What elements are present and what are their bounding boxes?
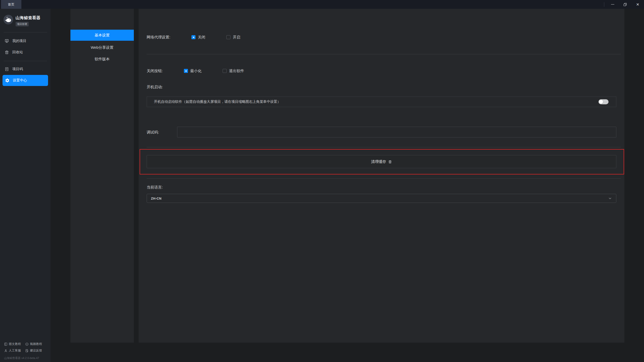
close-button[interactable]: ✕ [631, 0, 644, 9]
section-divider [147, 147, 621, 147]
section-divider [147, 178, 621, 179]
sidebar-item-label: 我的项目 [12, 39, 26, 43]
startup-description: 开机自动启动软件（如需自动播放大屏项目，请在项目缩略图右上角菜单中设置） [154, 100, 598, 104]
debug-code-label: 调试码: [147, 130, 159, 134]
restore-icon [624, 3, 627, 6]
proxy-option-on-label: 开启 [233, 35, 240, 40]
toggle-knob [599, 100, 603, 104]
link-label: 人工客服 [9, 348, 21, 353]
close-icon: ✕ [636, 3, 639, 6]
checkbox-unselected-icon[interactable] [223, 69, 227, 73]
settings-tab-label: Web分享设置 [91, 45, 114, 50]
debug-code-input[interactable] [177, 127, 616, 138]
proxy-option-on[interactable]: 开启 [226, 35, 240, 40]
checkbox-unselected-icon[interactable] [226, 35, 230, 39]
tab-home[interactable]: 首页 [1, 0, 21, 9]
person-icon [4, 349, 8, 352]
settings-tab-label: 基本设置 [95, 33, 110, 38]
debug-code-row: 调试码: [147, 127, 616, 138]
settings-tab-software-version[interactable]: 软件版本 [70, 54, 134, 65]
link-video-tutorial[interactable]: 视频教程 [25, 342, 49, 346]
settings-tab-web-share[interactable]: Web分享设置 [70, 42, 134, 53]
project-code-icon [5, 67, 9, 71]
sidebar-item-recycle-bin[interactable]: 回收站 [0, 48, 51, 57]
chevron-down-icon [608, 196, 612, 200]
sidebar-footer: 图文教程 视频教程 人工客服 [4, 342, 49, 360]
sidebar: 山海鲸查看器 项目部署 我的项目 回收站 [0, 9, 51, 362]
close-button-label: 关闭按钮: [147, 69, 163, 73]
sidebar-item-project-code[interactable]: 项目码 [0, 65, 51, 74]
startup-toggle[interactable] [598, 99, 609, 104]
language-label: 当前语言: [147, 185, 163, 190]
startup-label-row: 开机启动: [147, 82, 616, 92]
close-button-row: 关闭按钮: 最小化 退出软件 [147, 66, 616, 76]
link-feedback[interactable]: 建议反馈 [25, 348, 49, 353]
sidebar-divider [4, 32, 47, 32]
controls-divider [604, 2, 604, 7]
app-logo-block: 山海鲸查看器 项目部署 [4, 15, 41, 26]
projects-board-icon [5, 39, 9, 43]
proxy-option-off-label: 关闭 [198, 35, 205, 40]
sidebar-divider [4, 61, 47, 61]
settings-tab-label: 软件版本 [95, 57, 110, 62]
language-select[interactable]: ZH-CN [147, 194, 616, 203]
close-option-exit[interactable]: 退出软件 [223, 69, 244, 73]
sidebar-item-label: 设置中心 [13, 78, 27, 83]
title-bar: 首页 ✕ [0, 0, 644, 9]
sidebar-item-label: 回收站 [12, 50, 23, 55]
link-label: 视频教程 [30, 342, 42, 346]
clear-cache-label: 清理缓存 [371, 159, 386, 164]
network-proxy-label: 网络代理设置: [147, 35, 170, 40]
section-divider [147, 54, 621, 54]
link-label: 建议反馈 [30, 348, 42, 353]
language-value: ZH-CN [151, 197, 608, 200]
link-text-tutorial[interactable]: 图文教程 [4, 342, 25, 346]
window-controls: ✕ [604, 0, 644, 9]
sidebar-item-label: 项目码 [12, 67, 23, 71]
app-badge: 项目部署 [16, 22, 29, 26]
sidebar-item-my-projects[interactable]: 我的项目 [0, 36, 51, 46]
clear-cache-button[interactable]: 清理缓存 [147, 155, 616, 168]
language-label-row: 当前语言: [147, 183, 616, 192]
close-option-minimize[interactable]: 最小化 [184, 69, 202, 73]
sidebar-item-settings-center[interactable]: 设置中心 [3, 75, 48, 86]
tab-home-label: 首页 [8, 2, 15, 7]
whale-logo-icon [4, 15, 13, 24]
book-icon [4, 342, 8, 346]
network-proxy-row: 网络代理设置: 关闭 开启 [147, 32, 616, 42]
restore-button[interactable] [619, 0, 631, 9]
minimize-button[interactable] [606, 0, 619, 9]
trash-icon [5, 50, 9, 55]
settings-tab-basic[interactable]: 基本设置 [70, 30, 134, 41]
close-option-minimize-label: 最小化 [190, 69, 202, 73]
settings-nav: 基本设置 Web分享设置 软件版本 [70, 9, 134, 343]
trash-icon [388, 160, 392, 164]
feedback-icon [25, 349, 29, 352]
checkbox-selected-icon[interactable] [184, 69, 188, 73]
gear-icon [5, 78, 10, 83]
minimize-icon [611, 4, 614, 5]
startup-setting-box: 开机自动启动软件（如需自动播放大屏项目，请在项目缩略图右上角菜单中设置） [147, 97, 616, 107]
settings-content: 网络代理设置: 关闭 开启 关闭按钮: 最小化 退出软件 开机启动: 开机自动启… [139, 9, 624, 343]
app-name: 山海鲸查看器 [16, 15, 41, 21]
close-option-exit-label: 退出软件 [229, 69, 244, 73]
app-version: 山海鲸查看器 v4.2.0-beta.47 [4, 356, 49, 360]
link-label: 图文教程 [9, 342, 21, 346]
play-circle-icon [25, 342, 29, 346]
startup-label: 开机启动: [147, 85, 163, 89]
proxy-option-off[interactable]: 关闭 [191, 35, 205, 40]
link-customer-service[interactable]: 人工客服 [4, 348, 25, 353]
checkbox-selected-icon[interactable] [191, 35, 195, 39]
